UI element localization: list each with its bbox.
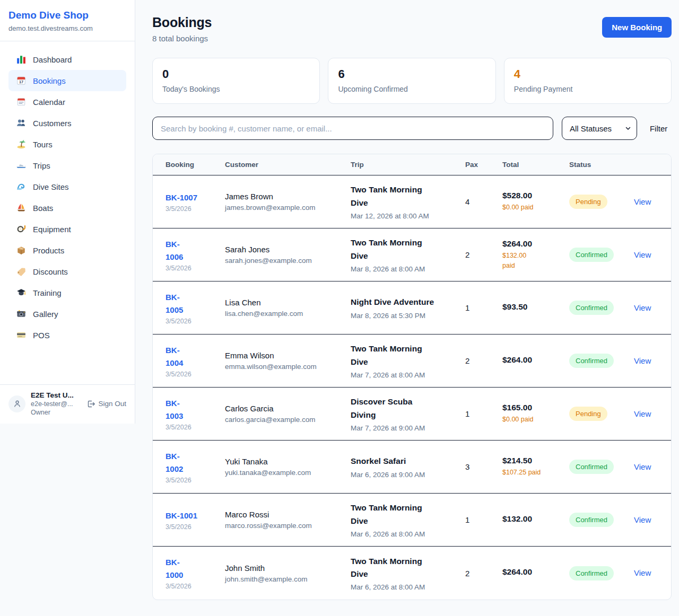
view-link[interactable]: View bbox=[634, 356, 651, 365]
status-badge: Confirmed bbox=[569, 248, 614, 262]
status-filter-select[interactable]: All Statuses bbox=[562, 117, 637, 140]
speedboat-icon bbox=[16, 160, 27, 171]
column-header-trip: Trip bbox=[351, 161, 465, 169]
bookings-table: BookingCustomerTripPaxTotalStatus BK-100… bbox=[152, 154, 672, 600]
sidebar-item-gallery[interactable]: Gallery bbox=[8, 303, 126, 324]
status-badge: Confirmed bbox=[569, 460, 614, 474]
trip-name: Two Tank Morning Dive bbox=[351, 342, 458, 368]
booking-id-link[interactable]: BK- 1004 bbox=[166, 344, 183, 369]
booking-id-link[interactable]: BK- 1000 bbox=[166, 556, 183, 582]
search-input[interactable] bbox=[152, 117, 553, 140]
table-row-BK-1006: BK- 1006 3/5/2026 Sarah Jones sarah.jone… bbox=[153, 228, 671, 281]
tag-icon bbox=[16, 266, 27, 277]
avatar bbox=[8, 395, 25, 412]
customer-email: sarah.jones@example.com bbox=[225, 257, 343, 265]
sidebar-item-dashboard[interactable]: Dashboard bbox=[8, 49, 126, 70]
view-link[interactable]: View bbox=[634, 250, 651, 259]
person-icon bbox=[13, 399, 22, 408]
booking-id-link[interactable]: BK-1001 bbox=[166, 509, 197, 522]
user-meta: E2E Test U... e2e-tester@... Owner bbox=[31, 391, 74, 416]
stat-value: 6 bbox=[338, 67, 485, 81]
paid-amount: $107.25 paid bbox=[502, 468, 562, 477]
sidebar-item-bookings[interactable]: 17 Bookings bbox=[8, 70, 126, 91]
user-email: e2e-tester@... bbox=[31, 400, 74, 408]
svg-text:17: 17 bbox=[19, 80, 23, 84]
pax-count: 4 bbox=[465, 197, 502, 206]
trip-datetime: Mar 7, 2026 at 8:00 AM bbox=[351, 371, 458, 379]
trip-name: Two Tank Morning Dive bbox=[351, 555, 458, 580]
pax-count: 2 bbox=[465, 569, 502, 578]
booking-id-link[interactable]: BK- 1006 bbox=[166, 238, 183, 263]
view-link[interactable]: View bbox=[634, 462, 651, 471]
booking-id-link[interactable]: BK- 1003 bbox=[166, 397, 183, 423]
bookings-count: 8 total bookings bbox=[152, 34, 212, 43]
sidebar-item-label: Bookings bbox=[33, 76, 66, 85]
sidebar-item-products[interactable]: Products bbox=[8, 240, 126, 261]
page-header: Bookings 8 total bookings New Booking bbox=[152, 15, 672, 43]
booking-id-link[interactable]: BK- 1005 bbox=[166, 291, 183, 316]
sidebar-item-label: Equipment bbox=[33, 225, 71, 234]
table-row-BK-1002: BK- 1002 3/5/2026 Yuki Tanaka yuki.tanak… bbox=[153, 441, 671, 494]
sidebar-item-tours[interactable]: Tours bbox=[8, 134, 126, 155]
sidebar-item-label: Customers bbox=[33, 119, 72, 128]
stat-card-pending-payment: 4 Pending Payment bbox=[504, 58, 672, 104]
status-badge: Confirmed bbox=[569, 354, 614, 368]
table-row-BK-1001: BK-1001 3/5/2026 Marco Rossi marco.rossi… bbox=[153, 494, 671, 547]
island-icon bbox=[16, 139, 27, 149]
user-section: E2E Test U... e2e-tester@... Owner Sign … bbox=[0, 384, 135, 424]
paid-amount: $0.00 paid bbox=[502, 203, 562, 212]
credit-card-icon bbox=[16, 330, 27, 340]
pax-count: 1 bbox=[465, 409, 502, 418]
trip-datetime: Mar 6, 2026 at 9:00 AM bbox=[351, 471, 458, 479]
status-badge: Confirmed bbox=[569, 566, 614, 580]
filter-toolbar: All Statuses Filter bbox=[152, 117, 672, 140]
sidebar-item-training[interactable]: Training bbox=[8, 282, 126, 303]
sidebar-item-pos[interactable]: POS bbox=[8, 324, 126, 346]
sidebar-item-label: Discounts bbox=[33, 267, 68, 276]
status-badge: Pending bbox=[569, 195, 607, 209]
total-amount: $264.00 bbox=[502, 239, 562, 249]
customer-email: james.brown@example.com bbox=[225, 204, 343, 212]
sidebar-item-dive-sites[interactable]: Dive Sites bbox=[8, 176, 126, 197]
sidebar-item-label: POS bbox=[33, 331, 50, 340]
sidebar-item-boats[interactable]: Boats bbox=[8, 197, 126, 218]
customer-email: carlos.garcia@example.com bbox=[225, 416, 343, 424]
customer-name: Yuki Tanaka bbox=[225, 457, 343, 466]
booking-id-link[interactable]: BK-1007 bbox=[166, 191, 197, 204]
booking-id-link[interactable]: BK- 1002 bbox=[166, 450, 183, 476]
user-name: E2E Test U... bbox=[31, 391, 74, 399]
sidebar-item-label: Boats bbox=[33, 204, 53, 213]
booking-date: 3/5/2026 bbox=[166, 424, 217, 431]
sidebar-item-equipment[interactable]: Equipment bbox=[8, 218, 126, 240]
sign-out-button[interactable]: Sign Out bbox=[86, 400, 126, 408]
sidebar-item-calendar[interactable]: Calendar bbox=[8, 91, 126, 112]
customer-name: Carlos Garcia bbox=[225, 404, 343, 413]
sidebar-item-discounts[interactable]: Discounts bbox=[8, 261, 126, 282]
view-link[interactable]: View bbox=[634, 303, 651, 312]
trip-name: Night Dive Adventure bbox=[351, 296, 458, 309]
user-role: Owner bbox=[31, 409, 74, 416]
filter-button[interactable]: Filter bbox=[646, 124, 672, 133]
paid-amount: $0.00 paid bbox=[502, 415, 562, 424]
customer-name: Lisa Chen bbox=[225, 298, 343, 307]
total-amount: $214.50 bbox=[502, 456, 562, 465]
customer-name: James Brown bbox=[225, 192, 343, 201]
trip-name: Snorkel Safari bbox=[351, 455, 458, 468]
sidebar-item-label: Products bbox=[33, 246, 64, 255]
trip-datetime: Mar 7, 2026 at 9:00 AM bbox=[351, 424, 458, 432]
view-link[interactable]: View bbox=[634, 515, 651, 524]
column-header-status: Status bbox=[569, 161, 634, 169]
new-booking-button[interactable]: New Booking bbox=[602, 17, 672, 38]
sidebar-item-trips[interactable]: Trips bbox=[8, 155, 126, 176]
view-link[interactable]: View bbox=[634, 568, 651, 577]
customer-email: emma.wilson@example.com bbox=[225, 363, 343, 371]
grad-cap-icon bbox=[16, 287, 27, 298]
table-row-BK-1005: BK- 1005 3/5/2026 Lisa Chen lisa.chen@ex… bbox=[153, 281, 671, 335]
sidebar-item-customers[interactable]: Customers bbox=[8, 112, 126, 134]
table-body: BK-1007 3/5/2026 James Brown james.brown… bbox=[153, 175, 671, 600]
view-link[interactable]: View bbox=[634, 409, 651, 418]
calendar-tearoff-icon bbox=[16, 96, 27, 107]
sidebar-item-label: Trips bbox=[33, 161, 50, 170]
page-title: Bookings bbox=[152, 15, 212, 30]
view-link[interactable]: View bbox=[634, 197, 651, 206]
